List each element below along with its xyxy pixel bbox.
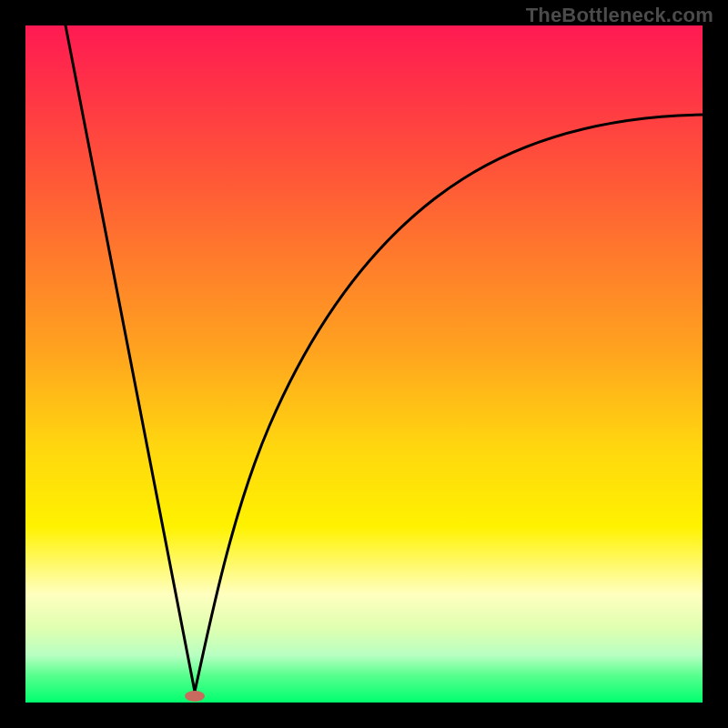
plot-area xyxy=(25,25,703,703)
chart-frame: TheBottleneck.com xyxy=(0,0,728,728)
curve-right-arm xyxy=(195,115,703,692)
bottleneck-curve xyxy=(25,25,703,703)
curve-left-arm xyxy=(66,25,195,692)
watermark-text: TheBottleneck.com xyxy=(526,4,713,27)
minimum-marker xyxy=(185,691,205,702)
